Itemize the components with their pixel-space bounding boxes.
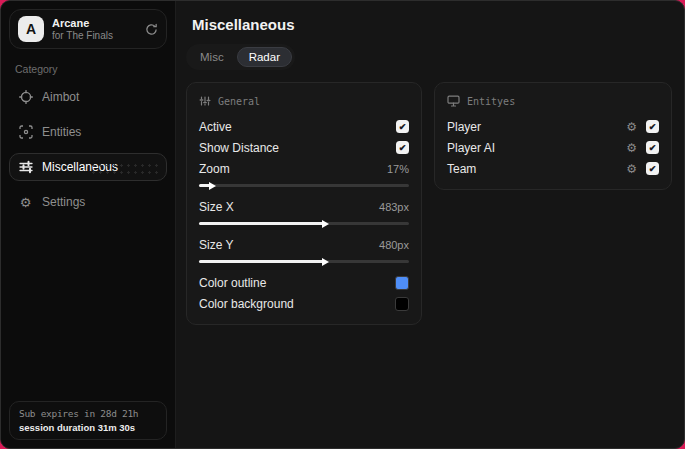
sidebar-item-label: Aimbot xyxy=(42,90,79,104)
setting-label: Size Y xyxy=(199,238,233,252)
size-y-value: 480px xyxy=(379,239,409,251)
zoom-value: 17% xyxy=(387,163,409,175)
entity-label: Team xyxy=(447,162,476,176)
size-x-value: 483px xyxy=(379,201,409,213)
app-window: A Arcane for The Finals Category Aimbot xyxy=(0,0,685,449)
monitor-icon xyxy=(447,95,460,107)
app-subtitle: for The Finals xyxy=(52,30,113,42)
setting-label: Show Distance xyxy=(199,141,279,155)
sidebar-item-settings[interactable]: ⚙ Settings xyxy=(9,188,167,216)
sliders-icon xyxy=(18,160,33,174)
refresh-icon[interactable] xyxy=(145,23,158,36)
active-checkbox[interactable]: ✔ xyxy=(396,120,409,133)
color-background-swatch[interactable] xyxy=(395,297,409,311)
entity-label: Player xyxy=(447,120,481,134)
slider-thumb[interactable] xyxy=(322,258,329,266)
app-title-block: Arcane for The Finals xyxy=(52,17,113,42)
sidebar-item-entities[interactable]: Entities xyxy=(9,118,167,146)
setting-label: Zoom xyxy=(199,162,230,176)
tab-radar[interactable]: Radar xyxy=(237,47,292,67)
slider-fill xyxy=(199,222,325,225)
entities-panel-header: Entityes xyxy=(447,95,659,107)
sidebar-item-miscellaneous[interactable]: Miscellaneous xyxy=(9,153,167,181)
player-settings-gear-icon[interactable]: ⚙ xyxy=(626,121,637,133)
slider-thumb[interactable] xyxy=(209,182,216,190)
general-panel: General Active ✔ Show Distance ✔ Zoom 17… xyxy=(186,82,422,325)
player-ai-settings-gear-icon[interactable]: ⚙ xyxy=(626,142,637,154)
category-label: Category xyxy=(15,63,161,75)
tab-misc[interactable]: Misc xyxy=(189,47,235,67)
setting-row-size-y: Size Y 480px xyxy=(199,234,409,255)
app-name: Arcane xyxy=(52,17,113,30)
crosshair-icon xyxy=(18,90,33,104)
sidebar-item-label: Miscellaneous xyxy=(42,160,118,174)
player-checkbox[interactable]: ✔ xyxy=(646,120,659,133)
sidebar-item-label: Settings xyxy=(42,195,85,209)
entity-row-team: Team ⚙ ✔ xyxy=(447,158,659,179)
app-logo: A xyxy=(18,16,44,42)
team-settings-gear-icon[interactable]: ⚙ xyxy=(626,163,637,175)
setting-label: Color background xyxy=(199,297,294,311)
sidebar-nav: Aimbot Entities Miscella xyxy=(9,83,167,216)
zoom-slider[interactable] xyxy=(199,181,409,190)
gear-icon: ⚙ xyxy=(18,196,33,209)
main-content: Miscellaneous Misc Radar Gene xyxy=(176,1,685,448)
entity-row-player: Player ⚙ ✔ xyxy=(447,116,659,137)
setting-label: Size X xyxy=(199,200,234,214)
sidebar-item-aimbot[interactable]: Aimbot xyxy=(9,83,167,111)
setting-row-color-background: Color background xyxy=(199,293,409,314)
entity-label: Player AI xyxy=(447,141,495,155)
app-header-card: A Arcane for The Finals xyxy=(9,9,167,49)
session-duration-text: session duration 31m 30s xyxy=(19,422,157,433)
setting-row-color-outline: Color outline xyxy=(199,272,409,293)
team-checkbox[interactable]: ✔ xyxy=(646,162,659,175)
setting-label: Active xyxy=(199,120,232,134)
general-panel-title: General xyxy=(218,96,260,107)
slider-track xyxy=(199,184,409,187)
sub-expiry-text: Sub expires in 28d 21h xyxy=(19,408,157,419)
scan-eye-icon xyxy=(18,125,33,139)
entity-row-player-ai: Player AI ⚙ ✔ xyxy=(447,137,659,158)
player-ai-checkbox[interactable]: ✔ xyxy=(646,141,659,154)
size-x-slider[interactable] xyxy=(199,219,409,228)
subscription-card: Sub expires in 28d 21h session duration … xyxy=(9,401,167,440)
color-outline-swatch[interactable] xyxy=(395,276,409,290)
size-y-slider[interactable] xyxy=(199,257,409,266)
tab-bar: Misc Radar xyxy=(186,44,295,70)
sliders-small-icon xyxy=(199,95,211,107)
entities-panel: Entityes Player ⚙ ✔ Player AI ⚙ ✔ xyxy=(434,82,672,190)
entities-panel-title: Entityes xyxy=(467,96,515,107)
sidebar-item-label: Entities xyxy=(42,125,81,139)
setting-row-size-x: Size X 483px xyxy=(199,196,409,217)
setting-row-active: Active ✔ xyxy=(199,116,409,137)
setting-row-show-distance: Show Distance ✔ xyxy=(199,137,409,158)
panels-row: General Active ✔ Show Distance ✔ Zoom 17… xyxy=(186,82,672,325)
setting-row-zoom: Zoom 17% xyxy=(199,158,409,179)
general-panel-header: General xyxy=(199,95,409,107)
slider-fill xyxy=(199,260,325,263)
slider-thumb[interactable] xyxy=(322,220,329,228)
setting-label: Color outline xyxy=(199,276,266,290)
sidebar: A Arcane for The Finals Category Aimbot xyxy=(1,1,176,448)
page-title: Miscellaneous xyxy=(192,16,672,33)
show-distance-checkbox[interactable]: ✔ xyxy=(396,141,409,154)
